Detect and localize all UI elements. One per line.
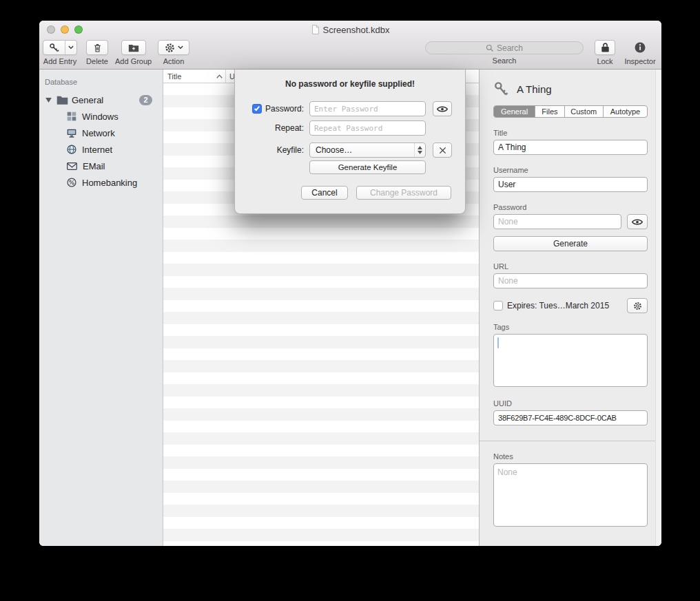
uuid-field[interactable] [493, 410, 648, 425]
dialog-message: No password or keyfile supplied! [235, 79, 465, 89]
entry-title: A Thing [517, 83, 552, 95]
popup-stepper-icon [414, 143, 425, 157]
clear-keyfile-button[interactable] [433, 143, 452, 158]
tab-general[interactable]: General [494, 106, 535, 117]
inspector-header: A Thing [493, 81, 648, 97]
inspector-panel: A Thing General Files Custom Autotype Ti… [479, 70, 661, 546]
search-input[interactable]: Search [425, 41, 584, 54]
eye-icon [632, 218, 643, 226]
add-entry-button[interactable] [43, 40, 77, 55]
windows-icon [67, 112, 76, 121]
password-checkbox[interactable] [252, 104, 262, 114]
sidebar-item-email[interactable]: EMail [39, 158, 163, 174]
search-icon [486, 44, 494, 52]
inspector-toggle-button[interactable] [634, 40, 646, 55]
chevron-down-icon [178, 45, 183, 50]
gear-icon [165, 43, 175, 53]
sidebar-item-label: Network [82, 128, 115, 138]
delete-button[interactable] [86, 40, 108, 55]
gear-icon [633, 302, 642, 310]
dialog-password-input[interactable] [309, 101, 426, 116]
dialog-repeat-input[interactable] [309, 120, 426, 136]
column-header-title[interactable]: Title [163, 70, 226, 83]
password-field[interactable] [493, 214, 621, 229]
notes-field[interactable]: None [493, 463, 648, 527]
sidebar-item-label: Windows [82, 112, 119, 122]
expires-label: Expires: Tues…March 2015 [507, 301, 609, 310]
lock-button[interactable] [595, 40, 615, 55]
action-label: Action [163, 57, 185, 65]
add-group-button[interactable] [121, 40, 146, 55]
toolbar-item-inspector: Inspector [620, 40, 660, 65]
document-icon [311, 25, 320, 34]
sidebar-item-windows[interactable]: Windows [39, 108, 163, 125]
close-button[interactable] [47, 25, 55, 34]
url-field-label: URL [493, 262, 648, 271]
sidebar-item-label: Internet [82, 145, 112, 155]
zoom-button[interactable] [74, 25, 83, 34]
notes-label: Notes [493, 452, 648, 461]
inspector-tabs: General Files Custom Autotype [493, 105, 648, 118]
uuid-label: UUID [493, 399, 648, 408]
show-password-button[interactable] [627, 214, 648, 229]
expires-checkbox[interactable] [493, 301, 503, 310]
tags-label: Tags [493, 323, 648, 331]
key-icon [49, 43, 59, 53]
sidebar-item-label: General [72, 95, 103, 105]
sidebar: Database General 2 Windows Network [39, 70, 163, 546]
password-field-label: Password [493, 203, 648, 211]
email-icon [67, 162, 77, 170]
sidebar-item-homebanking[interactable]: Homebanking [39, 174, 163, 191]
tab-autotype[interactable]: Autotype [603, 106, 647, 117]
titlebar[interactable]: Screenshot.kdbx [39, 21, 661, 39]
username-field[interactable] [493, 177, 648, 192]
sidebar-item-general[interactable]: General 2 [39, 92, 163, 108]
add-entry-dropdown[interactable] [65, 41, 76, 54]
minimize-button[interactable] [61, 25, 69, 34]
title-field-label: Title [493, 129, 648, 137]
sort-ascending-icon [216, 74, 223, 78]
x-icon [439, 147, 446, 154]
traffic-lights [47, 25, 83, 34]
network-icon [67, 129, 76, 138]
generate-password-button[interactable]: Generate [493, 236, 648, 251]
sidebar-item-internet[interactable]: Internet [39, 141, 163, 158]
window-title: Screenshot.kdbx [311, 25, 390, 35]
delete-label: Delete [86, 57, 108, 65]
folder-icon [56, 95, 68, 105]
title-field[interactable] [493, 140, 648, 155]
keyfile-popup-button[interactable]: Choose… [309, 143, 426, 158]
dialog-show-password-button[interactable] [433, 101, 452, 116]
action-button[interactable] [158, 40, 189, 55]
add-entry-main[interactable] [43, 41, 65, 54]
keyfile-selected-value: Choose… [316, 145, 352, 155]
toolbar-item-add-group: Add Group [115, 40, 152, 65]
inspector-scrollbar[interactable] [655, 70, 661, 546]
toolbar-item-lock: Lock [595, 40, 615, 65]
add-entry-label: Add Entry [43, 57, 76, 65]
lock-icon [601, 42, 610, 53]
key-icon [493, 81, 508, 96]
tags-field[interactable] [493, 334, 648, 387]
tab-custom[interactable]: Custom [564, 106, 603, 117]
expires-settings-button[interactable] [627, 298, 648, 313]
change-password-button[interactable]: Change Password [356, 186, 451, 200]
internet-icon [67, 145, 76, 154]
cancel-button[interactable]: Cancel [301, 186, 348, 200]
trash-icon [93, 43, 102, 53]
generate-keyfile-button[interactable]: Generate Keyfile [309, 160, 426, 174]
tab-files[interactable]: Files [535, 106, 564, 117]
toolbar-item-search: Search Search [425, 40, 584, 65]
disclosure-triangle-icon[interactable] [43, 98, 53, 103]
sidebar-item-network[interactable]: Network [39, 125, 163, 141]
sidebar-item-label: Homebanking [82, 178, 137, 188]
search-placeholder: Search [497, 43, 523, 53]
tag-pill[interactable] [497, 337, 499, 348]
info-icon [634, 41, 646, 54]
entry-count-badge: 2 [139, 95, 152, 105]
dialog-keyfile-label: Keyfile: [277, 145, 304, 155]
dialog-repeat-label: Repeat: [275, 123, 304, 133]
search-label: Search [493, 56, 517, 65]
url-field[interactable] [493, 273, 648, 288]
column-title-label: Title [167, 72, 181, 81]
